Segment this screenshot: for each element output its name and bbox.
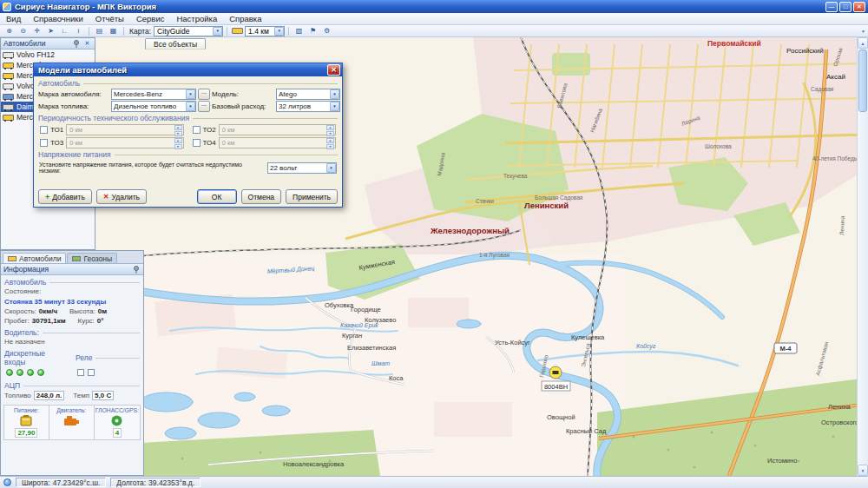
menu-item[interactable]: Сервис: [130, 14, 171, 23]
fuel-select[interactable]: Дизельное топливо ▼: [111, 101, 196, 112]
engine-gauge: Двигатель:: [49, 406, 95, 439]
info-tab[interactable]: Автомобили: [3, 253, 66, 263]
fuel-browse-button[interactable]: ...: [198, 101, 210, 112]
scroll-down-icon[interactable]: ▼: [858, 465, 868, 476]
spin-down-icon[interactable]: ▼: [326, 131, 334, 136]
maintenance-checkbox[interactable]: [193, 139, 201, 147]
chevron-down-icon[interactable]: ▼: [326, 163, 336, 173]
ok-button[interactable]: ОК: [197, 189, 237, 204]
fuel-brand-label: Марка топлива:: [38, 102, 109, 110]
spin-up-icon[interactable]: ▲: [174, 125, 182, 130]
chevron-down-icon[interactable]: ▼: [330, 89, 339, 99]
spin-up-icon[interactable]: ▲: [326, 138, 334, 143]
info-tab[interactable]: Геозоны: [67, 253, 117, 263]
add-button[interactable]: + Добавить: [38, 189, 92, 204]
relay-checkbox[interactable]: [77, 369, 84, 376]
menu-item[interactable]: Справка: [223, 14, 267, 23]
map-label: Кулешевка: [571, 333, 605, 341]
menu-item[interactable]: Настройка: [170, 14, 223, 23]
tab-all-objects[interactable]: Все объекты: [145, 38, 206, 49]
maintenance-interval: ТО1 0 км ▲ ▼: [40, 124, 184, 135]
maintenance-km-field[interactable]: 0 км ▲ ▼: [66, 124, 183, 135]
info-icon[interactable]: i: [72, 26, 85, 36]
scale-select[interactable]: 1.4 км ▼: [245, 26, 285, 36]
close-button[interactable]: ✕: [853, 2, 865, 12]
vehicle-list-item[interactable]: Volvo FH12: [1, 49, 95, 60]
track-icon[interactable]: ⚑: [306, 26, 319, 36]
spin-up-icon[interactable]: ▲: [174, 138, 182, 143]
brand-label: Марка автомобиля:: [38, 90, 109, 98]
ruler-icon[interactable]: ∟: [58, 26, 71, 36]
select-icon[interactable]: ➤: [44, 26, 57, 36]
pin-icon[interactable]: [131, 265, 141, 274]
map-label: Городище: [351, 306, 381, 313]
map-label: 40-летия Победы: [812, 155, 858, 162]
maintenance-checkbox[interactable]: [40, 139, 48, 147]
maintenance-interval: ТО3 0 км ▲ ▼: [40, 137, 184, 148]
relay-checkbox[interactable]: [88, 369, 95, 376]
power-gauge: Питание: 27,90: [4, 406, 49, 439]
consumption-select[interactable]: 32 литров ▼: [276, 101, 340, 112]
model-select[interactable]: Atego ▼: [276, 89, 340, 100]
maintenance-km-field[interactable]: 0 км ▲ ▼: [66, 137, 183, 148]
minimize-button[interactable]: —: [825, 2, 838, 12]
settings-icon[interactable]: ⚙: [320, 26, 333, 36]
zoom-in-icon[interactable]: ⊕: [3, 26, 16, 36]
chevron-down-icon[interactable]: ▼: [330, 102, 339, 111]
toolbar-separator: [227, 27, 227, 36]
height-value: 0м: [98, 307, 107, 315]
voltage-select[interactable]: 22 вольт ▼: [267, 162, 337, 174]
apply-button[interactable]: Применить: [286, 189, 338, 204]
speed-value: 0км/ч: [39, 307, 57, 315]
map-vertical-scrollbar[interactable]: ▲ ▼: [857, 37, 868, 476]
spin-down-icon[interactable]: ▼: [174, 144, 182, 149]
scroll-up-icon[interactable]: ▲: [858, 37, 868, 49]
chevron-down-icon[interactable]: ▼: [274, 27, 284, 36]
print-icon[interactable]: ▤: [93, 26, 106, 36]
maintenance-checkbox[interactable]: [193, 126, 201, 134]
brand-browse-button[interactable]: ...: [198, 89, 210, 100]
longitude-panel: Долгота:39.42353°в.д.: [110, 478, 201, 487]
spin-down-icon[interactable]: ▼: [326, 144, 334, 149]
vehicles-panel-header: Автомобили ✕: [1, 38, 95, 49]
chevron-down-icon[interactable]: ▼: [186, 102, 195, 111]
input-led-icon: [6, 369, 13, 376]
maintenance-km-field[interactable]: 0 км ▲ ▼: [219, 137, 336, 148]
save-icon[interactable]: ▦: [107, 26, 120, 36]
menu-item[interactable]: Отчёты: [89, 14, 130, 23]
fuel-value: 248,0 л.: [34, 391, 65, 400]
maintenance-interval: ТО2 0 км ▲ ▼: [193, 124, 337, 135]
map-select[interactable]: CityGuide ▼: [154, 26, 223, 36]
layers-icon[interactable]: ▧: [293, 26, 306, 36]
maximize-button[interactable]: □: [839, 2, 852, 12]
longitude-value: 39.42353°в.д.: [148, 478, 194, 487]
menu-item[interactable]: Справочники: [27, 14, 89, 23]
power-value: 27,90: [15, 428, 37, 438]
chevron-down-icon[interactable]: ▼: [213, 27, 222, 36]
pan-icon[interactable]: ✛: [30, 26, 43, 36]
voltage-text: Установите напряжение питания, которое б…: [39, 162, 264, 174]
chevron-down-icon[interactable]: ▼: [186, 89, 195, 99]
truck-icon: [232, 28, 243, 34]
vehicles-button[interactable]: [231, 26, 244, 36]
brand-select[interactable]: Mercedes-Benz ▼: [111, 89, 196, 100]
gps-gauge: ГЛОНАСС/GPS: 4: [95, 406, 140, 439]
dialog-close-button[interactable]: ✕: [327, 64, 340, 76]
zoom-out-icon[interactable]: ⊖: [16, 26, 30, 36]
toolbar-overflow-icon[interactable]: ▼: [861, 29, 865, 34]
spin-up-icon[interactable]: ▲: [326, 125, 334, 130]
info-panel: Автомобили Геозоны Информация Автомобиль…: [0, 250, 144, 476]
truck-icon: [3, 83, 14, 89]
model-label: Модель:: [212, 90, 274, 98]
vehicles-panel-title: Автомобили: [3, 39, 45, 48]
scrollbar-thumb[interactable]: [858, 49, 867, 112]
pin-icon[interactable]: [71, 39, 81, 48]
close-icon[interactable]: ✕: [82, 39, 92, 48]
menu-item[interactable]: Вид: [0, 14, 27, 23]
cancel-button[interactable]: Отмена: [241, 189, 282, 204]
delete-button[interactable]: ✕ Удалить: [96, 189, 147, 204]
map-label: Железнодорожный: [430, 226, 510, 235]
spin-down-icon[interactable]: ▼: [174, 131, 182, 136]
maintenance-checkbox[interactable]: [40, 126, 48, 134]
maintenance-km-field[interactable]: 0 км ▲ ▼: [219, 124, 336, 135]
